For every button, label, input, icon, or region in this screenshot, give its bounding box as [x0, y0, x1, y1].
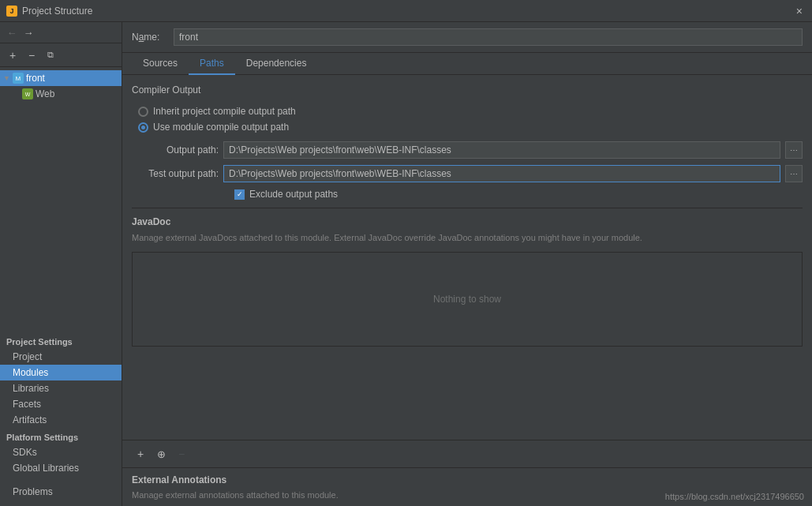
- javadoc-description: Manage external JavaDocs attached to thi…: [132, 232, 803, 244]
- sidebar-item-modules[interactable]: Modules: [0, 365, 122, 380]
- content-area: Name: Sources Paths Dependencies Compile…: [122, 22, 812, 506]
- external-annotations-title: External Annotations: [132, 474, 803, 485]
- chevron-down-icon: ▼: [3, 74, 10, 82]
- paths-tab-content: Compiler Output Inherit project compile …: [122, 75, 812, 440]
- javadoc-section: JavaDoc Manage external JavaDocs attache…: [132, 216, 803, 347]
- test-output-path-label: Test output path:: [132, 168, 219, 179]
- sidebar-item-problems[interactable]: Problems: [0, 484, 122, 500]
- javadoc-title: JavaDoc: [132, 216, 803, 227]
- add-special-javadoc-button[interactable]: ⊕: [152, 445, 170, 463]
- javadoc-empty-state: Nothing to show: [132, 252, 803, 347]
- sidebar-item-libraries[interactable]: Libraries: [0, 380, 122, 396]
- close-button[interactable]: ×: [793, 3, 806, 19]
- sidebar-item-global-libraries[interactable]: Global Libraries: [0, 460, 122, 476]
- title-bar: J Project Structure ×: [0, 0, 812, 22]
- tabs-row: Sources Paths Dependencies: [122, 53, 812, 75]
- sidebar-item-artifacts[interactable]: Artifacts: [0, 412, 122, 428]
- exclude-checkbox[interactable]: [234, 189, 245, 200]
- test-output-path-browse-button[interactable]: ⋯: [785, 165, 803, 182]
- title-bar-left: J Project Structure: [6, 6, 92, 17]
- sidebar-item-sdks[interactable]: SDKs: [0, 444, 122, 460]
- name-row: Name:: [122, 22, 812, 53]
- platform-settings-header: Platform Settings: [0, 428, 122, 444]
- radio-use-module[interactable]: Use module compile output path: [138, 119, 803, 135]
- output-path-label: Output path:: [132, 144, 219, 156]
- title-text: Project Structure: [22, 6, 92, 17]
- add-module-button[interactable]: +: [5, 47, 21, 63]
- name-label: Name:: [132, 32, 167, 43]
- tab-paths[interactable]: Paths: [189, 53, 235, 75]
- remove-module-button[interactable]: −: [24, 47, 39, 63]
- nav-forward-button[interactable]: →: [21, 25, 36, 39]
- radio-use-module-label: Use module compile output path: [153, 122, 289, 133]
- radio-use-module-circle: [138, 122, 148, 133]
- output-path-browse-button[interactable]: ⋯: [785, 141, 803, 159]
- add-javadoc-button[interactable]: +: [132, 445, 149, 463]
- nav-back-button[interactable]: ←: [5, 25, 19, 39]
- tree-item-front[interactable]: ▼ M front: [0, 70, 122, 86]
- watermark: https://blog.csdn.net/xcj2317496650: [665, 492, 804, 501]
- radio-inherit-label: Inherit project compile output path: [153, 106, 296, 117]
- radio-inherit-circle: [138, 107, 148, 117]
- compiler-output-title: Compiler Output: [132, 84, 803, 96]
- sidebar: ← → + − ⧉ ▼ M front W Web Project Settin…: [0, 22, 122, 506]
- sidebar-toolbar: + − ⧉: [0, 43, 122, 67]
- copy-module-button[interactable]: ⧉: [43, 47, 58, 63]
- sidebar-item-facets[interactable]: Facets: [0, 396, 122, 412]
- exclude-checkbox-row[interactable]: Exclude output paths: [234, 189, 803, 200]
- output-path-row: Output path: ⋯: [132, 141, 803, 159]
- tab-sources[interactable]: Sources: [132, 53, 189, 75]
- divider: [132, 208, 803, 208]
- radio-inherit[interactable]: Inherit project compile output path: [138, 103, 803, 119]
- output-path-input[interactable]: [223, 141, 780, 159]
- remove-javadoc-button[interactable]: −: [173, 445, 190, 463]
- project-settings-header: Project Settings: [0, 332, 122, 349]
- bottom-toolbar: + ⊕ −: [122, 440, 812, 467]
- test-output-path-input[interactable]: [223, 165, 780, 182]
- test-output-path-row: Test output path: ⋯: [132, 165, 803, 182]
- tab-dependencies[interactable]: Dependencies: [235, 53, 318, 75]
- main-container: ← → + − ⧉ ▼ M front W Web Project Settin…: [0, 22, 812, 506]
- module-icon: M: [13, 73, 24, 84]
- app-icon: J: [6, 6, 17, 17]
- sidebar-item-project[interactable]: Project: [0, 349, 122, 365]
- exclude-label: Exclude output paths: [249, 189, 338, 200]
- name-input[interactable]: [174, 28, 803, 46]
- tree-item-web[interactable]: W Web: [0, 86, 122, 102]
- web-icon: W: [22, 88, 33, 99]
